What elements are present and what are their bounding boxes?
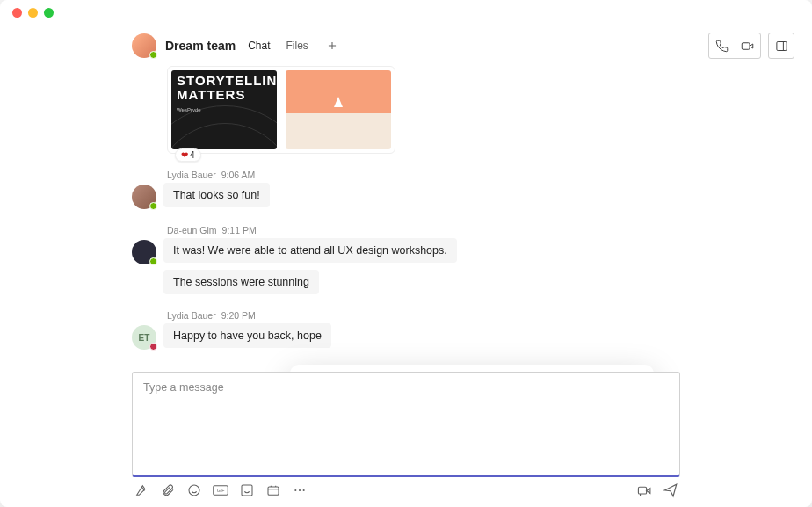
- avatar[interactable]: [132, 240, 156, 264]
- chat-title: Dream team: [165, 39, 236, 53]
- svg-rect-9: [268, 487, 279, 495]
- svg-rect-8: [242, 485, 252, 496]
- tab-files[interactable]: Files: [283, 38, 312, 54]
- window-titlebar: [0, 0, 812, 25]
- add-tab-button[interactable]: [321, 38, 344, 54]
- svg-rect-1: [776, 41, 786, 50]
- presence-indicator: [149, 51, 157, 59]
- avatar-initials: ET: [139, 333, 150, 343]
- svg-point-5: [189, 485, 199, 496]
- attachment-thumbnail-2[interactable]: [286, 70, 391, 149]
- compose-toolbar: GIF: [132, 477, 680, 498]
- send-button[interactable]: [663, 482, 678, 498]
- message-input[interactable]: Type a message: [132, 372, 680, 477]
- presence-indicator: [149, 257, 157, 265]
- sender-name: Da-eun Gim: [167, 225, 217, 235]
- attachment-gallery[interactable]: STORYTELLING MATTERS WesPryde ❤ 4: [167, 66, 395, 154]
- svg-point-11: [299, 489, 301, 491]
- gif-button[interactable]: GIF: [213, 482, 228, 498]
- svg-rect-13: [638, 487, 646, 494]
- message-time: 9:06 AM: [221, 170, 256, 180]
- svg-point-10: [294, 489, 296, 491]
- presence-indicator: [149, 343, 157, 351]
- message-group: Da-eun Gim 9:11 PM It was! We were able …: [132, 225, 680, 294]
- window-zoom-button[interactable]: [44, 8, 54, 18]
- heart-icon: ❤: [181, 150, 188, 160]
- window-close-button[interactable]: [12, 8, 22, 18]
- attachment-thumbnail-1[interactable]: STORYTELLING MATTERS WesPryde: [171, 70, 277, 149]
- message-bubble[interactable]: That looks so fun!: [163, 183, 270, 207]
- emoji-button[interactable]: [186, 482, 202, 498]
- apps-button[interactable]: [265, 482, 281, 498]
- call-buttons-group: [708, 33, 761, 59]
- message-time: 9:20 PM: [221, 310, 256, 321]
- reaction-badge[interactable]: ❤ 4: [175, 148, 201, 162]
- message-group: Lydia Bauer 9:20 PM ET Happy to have you…: [132, 310, 680, 350]
- placeholder-text: Type a message: [143, 381, 224, 394]
- sender-name: Lydia Bauer: [167, 170, 216, 180]
- message-time: 9:11 PM: [222, 225, 257, 235]
- poster-line2: MATTERS: [177, 88, 272, 102]
- chat-header: Dream team Chat Files: [0, 25, 812, 66]
- chat-avatar[interactable]: [132, 33, 156, 58]
- format-button[interactable]: [134, 482, 149, 498]
- svg-point-12: [303, 489, 305, 491]
- avatar[interactable]: ET: [132, 325, 156, 350]
- app-window: Dream team Chat Files STORYTELLING: [0, 0, 812, 507]
- more-button[interactable]: [292, 482, 308, 498]
- svg-text:GIF: GIF: [217, 488, 225, 493]
- message-bubble[interactable]: Happy to have you back, hope: [163, 323, 331, 348]
- open-panel-button[interactable]: [768, 33, 794, 59]
- video-call-button[interactable]: [735, 40, 760, 53]
- attach-button[interactable]: [160, 482, 176, 498]
- ask-ai-popup: Ask AI Draft a written summary of the ke…: [290, 365, 654, 372]
- message-bubble[interactable]: It was! We were able to attend all UX de…: [163, 238, 457, 263]
- tab-chat[interactable]: Chat: [244, 38, 273, 54]
- audio-call-button[interactable]: [709, 40, 735, 53]
- avatar[interactable]: [132, 185, 156, 209]
- chat-body: STORYTELLING MATTERS WesPryde ❤ 4 Lydia …: [0, 66, 812, 372]
- sender-name: Lydia Bauer: [167, 310, 216, 321]
- poster-line1: STORYTELLING: [177, 74, 272, 88]
- window-minimize-button[interactable]: [28, 8, 38, 18]
- sticker-button[interactable]: [239, 482, 255, 498]
- compose-area: Type a message GIF: [0, 372, 812, 507]
- message-group: Lydia Bauer 9:06 AM That looks so fun!: [132, 170, 680, 209]
- presence-indicator: [149, 202, 157, 210]
- video-clip-button[interactable]: [636, 482, 652, 498]
- svg-rect-0: [742, 42, 750, 49]
- reaction-count: 4: [190, 150, 195, 160]
- message-bubble[interactable]: The sessions were stunning: [163, 270, 319, 294]
